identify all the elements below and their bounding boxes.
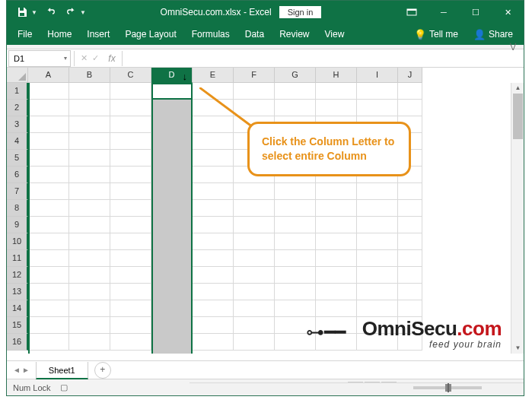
- cell[interactable]: [151, 200, 193, 217]
- cell[interactable]: [316, 300, 357, 317]
- cell[interactable]: [357, 83, 398, 100]
- cell[interactable]: [28, 267, 69, 284]
- row-header[interactable]: 11: [7, 250, 28, 267]
- cell[interactable]: [151, 100, 193, 116]
- column-header-c[interactable]: C: [110, 68, 151, 83]
- cell[interactable]: [398, 200, 422, 217]
- minimize-icon[interactable]: ─: [428, 1, 460, 24]
- cell[interactable]: [398, 284, 422, 300]
- cell[interactable]: [151, 300, 193, 317]
- cell[interactable]: [357, 250, 398, 267]
- cell[interactable]: [151, 317, 193, 334]
- tab-home[interactable]: Home: [40, 24, 79, 45]
- row-header[interactable]: 1: [7, 83, 28, 100]
- cell[interactable]: [110, 183, 151, 200]
- tab-data[interactable]: Data: [237, 24, 272, 45]
- row-header[interactable]: 16: [7, 334, 28, 351]
- cell[interactable]: [275, 284, 316, 300]
- column-header-g[interactable]: G: [275, 68, 316, 83]
- cell[interactable]: [398, 267, 422, 284]
- row-header[interactable]: 8: [7, 200, 28, 217]
- sheet-nav[interactable]: ◄►: [7, 366, 36, 374]
- cell[interactable]: [69, 217, 110, 233]
- horizontal-scrollbar[interactable]: [190, 382, 524, 395]
- cell[interactable]: [28, 284, 69, 300]
- cell[interactable]: [69, 284, 110, 300]
- cancel-formula-icon[interactable]: ✕: [81, 53, 88, 63]
- cell[interactable]: [316, 217, 357, 233]
- cell[interactable]: [357, 233, 398, 250]
- cell[interactable]: [234, 83, 275, 100]
- cell[interactable]: [316, 183, 357, 200]
- cell[interactable]: [151, 334, 193, 351]
- cell[interactable]: [151, 83, 193, 100]
- tab-formulas[interactable]: Formulas: [184, 24, 237, 45]
- cell[interactable]: [316, 83, 357, 100]
- cell[interactable]: [398, 250, 422, 267]
- cell[interactable]: [69, 183, 110, 200]
- sheet-prev-icon[interactable]: ◄: [13, 366, 21, 374]
- zoom-slider-thumb[interactable]: [445, 384, 451, 392]
- row-header[interactable]: 3: [7, 116, 28, 133]
- row-header[interactable]: 12: [7, 267, 28, 284]
- column-header-h[interactable]: H: [316, 68, 357, 83]
- cell[interactable]: [193, 300, 234, 317]
- cell[interactable]: [193, 267, 234, 284]
- row-header[interactable]: 15: [7, 317, 28, 334]
- tab-page-layout[interactable]: Page Layout: [117, 24, 183, 45]
- row-header[interactable]: 5: [7, 150, 28, 167]
- cell[interactable]: [193, 116, 234, 133]
- cell[interactable]: [193, 167, 234, 183]
- cell[interactable]: [234, 250, 275, 267]
- maximize-icon[interactable]: ☐: [460, 1, 492, 24]
- cell[interactable]: [110, 116, 151, 133]
- cell[interactable]: [398, 100, 422, 116]
- cell[interactable]: [110, 200, 151, 217]
- cell[interactable]: [28, 83, 69, 100]
- cell[interactable]: [69, 83, 110, 100]
- cell[interactable]: [234, 100, 275, 116]
- row-header[interactable]: 10: [7, 233, 28, 250]
- undo-icon[interactable]: [45, 6, 57, 18]
- cell[interactable]: [398, 233, 422, 250]
- cell[interactable]: [193, 83, 234, 100]
- cell[interactable]: [28, 300, 69, 317]
- cell[interactable]: [193, 100, 234, 116]
- sheet-next-icon[interactable]: ►: [22, 366, 30, 374]
- cell[interactable]: [69, 317, 110, 334]
- cell[interactable]: [110, 217, 151, 233]
- cell[interactable]: [234, 183, 275, 200]
- cell[interactable]: [357, 183, 398, 200]
- name-box[interactable]: D1: [8, 50, 71, 67]
- cell[interactable]: [193, 250, 234, 267]
- cell[interactable]: [316, 100, 357, 116]
- cell[interactable]: [151, 167, 193, 183]
- cell[interactable]: [28, 250, 69, 267]
- column-header-d[interactable]: D: [151, 68, 193, 83]
- column-header-a[interactable]: A: [28, 68, 69, 83]
- cell[interactable]: [275, 200, 316, 217]
- row-header[interactable]: 2: [7, 100, 28, 116]
- insert-function-icon[interactable]: fx: [104, 53, 120, 64]
- zoom-slider[interactable]: [413, 386, 482, 389]
- cell[interactable]: [275, 300, 316, 317]
- row-header[interactable]: 6: [7, 167, 28, 183]
- cell[interactable]: [151, 284, 193, 300]
- cell[interactable]: [316, 200, 357, 217]
- cell[interactable]: [275, 183, 316, 200]
- cell[interactable]: [357, 267, 398, 284]
- cell[interactable]: [69, 267, 110, 284]
- cell[interactable]: [398, 83, 422, 100]
- ribbon-options-icon[interactable]: [396, 1, 428, 24]
- cell[interactable]: [316, 267, 357, 284]
- cell[interactable]: [151, 116, 193, 133]
- cell[interactable]: [357, 284, 398, 300]
- record-macro-icon[interactable]: ▢: [60, 382, 68, 392]
- cell[interactable]: [28, 183, 69, 200]
- cell[interactable]: [69, 167, 110, 183]
- cell[interactable]: [28, 150, 69, 167]
- scroll-down-icon[interactable]: ▼: [511, 343, 524, 354]
- cell[interactable]: [28, 133, 69, 150]
- formula-input[interactable]: [124, 50, 524, 67]
- cell[interactable]: [151, 217, 193, 233]
